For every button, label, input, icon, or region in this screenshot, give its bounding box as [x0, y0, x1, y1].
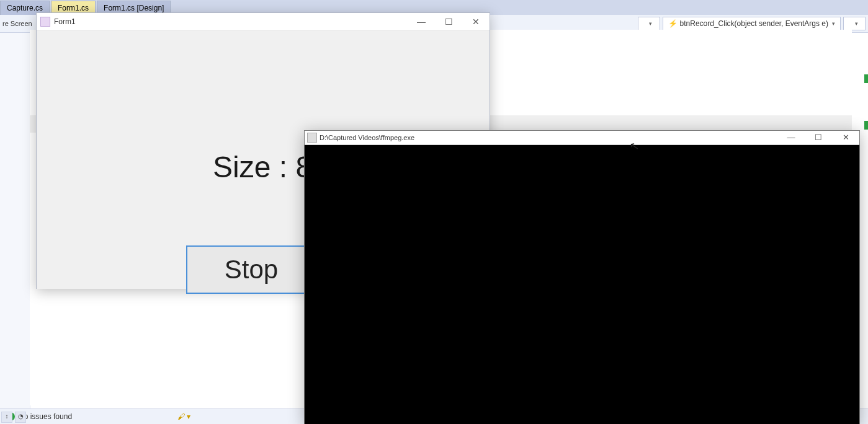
scroll-marker	[864, 121, 868, 130]
chevron-down-icon: ▾	[649, 20, 652, 27]
member-selector-label: btnRecord_Click(object sender, EventArgs…	[680, 19, 828, 28]
console-titlebar[interactable]: D:\Captured Videos\ffmpeg.exe — ☐ ✕	[305, 131, 859, 145]
minimize-button[interactable]: —	[408, 13, 435, 30]
method-icon: ⚡	[668, 19, 678, 28]
console-window: D:\Captured Videos\ffmpeg.exe — ☐ ✕	[304, 130, 860, 424]
close-button[interactable]: ✕	[832, 131, 859, 144]
status-text: No issues found	[19, 412, 72, 421]
terminal-icon	[307, 133, 317, 143]
console-title: D:\Captured Videos\ffmpeg.exe	[320, 134, 777, 141]
scope-selector[interactable]: ▾	[843, 17, 866, 30]
record-button[interactable]: Stop	[186, 245, 316, 294]
left-gutter	[0, 0, 30, 424]
info-icon[interactable]: ◔	[15, 412, 26, 423]
chevron-down-icon: ▾	[855, 20, 858, 27]
brush-icon[interactable]: 🖌 ▾	[177, 412, 190, 421]
type-selector[interactable]: ▾	[638, 17, 660, 30]
arrow-icon[interactable]: ↕	[1, 412, 12, 423]
close-button[interactable]: ✕	[462, 13, 490, 30]
toolbar-left-fragment: re Screen	[0, 20, 32, 27]
member-selector[interactable]: ⚡ btnRecord_Click(object sender, EventAr…	[663, 17, 841, 30]
chevron-down-icon: ▾	[832, 20, 835, 27]
maximize-button[interactable]: ☐	[805, 131, 832, 144]
maximize-button[interactable]: ☐	[435, 13, 462, 30]
form1-title: Form1	[54, 17, 408, 26]
margin-toggles: ↕ ◔	[1, 412, 26, 423]
form-icon	[40, 17, 50, 27]
scroll-marker	[864, 74, 868, 83]
form1-titlebar[interactable]: Form1 — ☐ ✕	[37, 13, 490, 31]
minimize-button[interactable]: —	[777, 131, 805, 144]
